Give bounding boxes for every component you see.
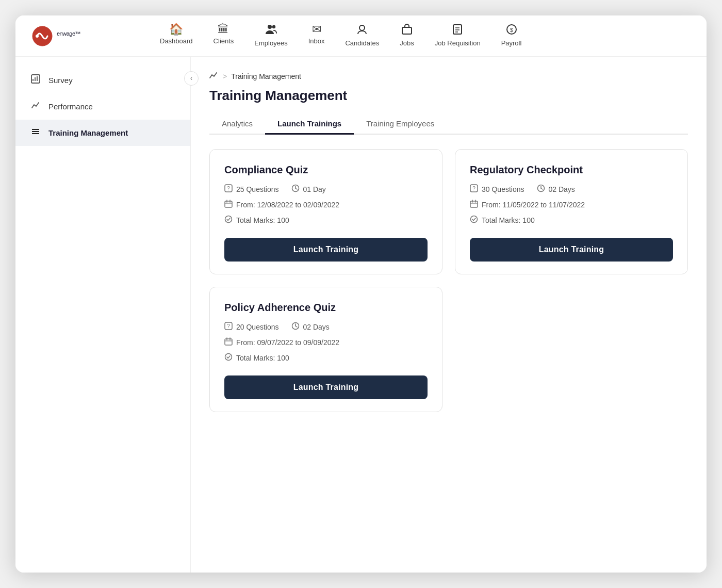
nav-item-dashboard[interactable]: 🏠 Dashboard	[150, 20, 203, 52]
training-card-compliance-quiz: Compliance Quiz ? 25 Questions	[209, 149, 442, 274]
sidebar-item-training-management[interactable]: Training Management	[15, 120, 190, 146]
card-meta-row-3: Total Marks: 100	[224, 215, 428, 225]
card-dates-regulatory: From: 11/05/2022 to 11/07/2022	[470, 200, 585, 210]
inbox-icon: ✉	[312, 24, 321, 35]
training-management-icon	[30, 127, 41, 139]
question-icon-3: ?	[224, 322, 233, 332]
card-questions-regulatory: ? 30 Questions	[470, 184, 524, 194]
card-questions-policy: ? 20 Questions	[224, 322, 279, 332]
tab-analytics[interactable]: Analytics	[209, 114, 265, 135]
job-requisition-icon	[452, 24, 463, 37]
svg-rect-44	[225, 339, 232, 345]
card-questions-compliance: ? 25 Questions	[224, 184, 279, 194]
svg-text:?: ?	[227, 323, 230, 329]
launch-training-button-regulatory[interactable]: Launch Training	[470, 238, 673, 262]
nav-item-employees[interactable]: Employees	[244, 20, 298, 52]
question-icon: ?	[224, 184, 233, 194]
sidebar-item-performance[interactable]: Performance	[15, 93, 190, 120]
calendar-icon-3	[224, 337, 233, 348]
jobs-icon	[401, 24, 413, 37]
breadcrumb-current: Training Management	[231, 72, 301, 80]
breadcrumb-separator: >	[223, 72, 227, 80]
clock-icon-2	[537, 184, 545, 194]
svg-text:?: ?	[472, 186, 475, 191]
sidebar-label-performance: Performance	[48, 102, 93, 111]
check-icon-1	[224, 215, 233, 225]
dashboard-icon: 🏠	[169, 24, 183, 35]
sidebar-collapse-button[interactable]: ‹	[184, 71, 199, 86]
nav-item-payroll[interactable]: $ Payroll	[491, 20, 532, 52]
calendar-icon-1	[224, 200, 233, 210]
svg-point-1	[36, 35, 39, 38]
breadcrumb-icon	[209, 71, 219, 81]
training-card-regulatory-checkpoint: Regulatory Checkpoint ? 30 Quest	[455, 149, 688, 274]
logo-text: enwage™	[57, 28, 80, 44]
card-marks-regulatory: Total Marks: 100	[470, 215, 535, 225]
sidebar: ‹ Survey	[15, 57, 191, 573]
check-icon-3	[224, 353, 233, 363]
performance-icon	[30, 101, 41, 112]
svg-line-33	[541, 188, 543, 189]
tab-launch-trainings[interactable]: Launch Trainings	[265, 114, 354, 135]
check-icon-2	[470, 215, 478, 225]
card-meta-row-3-pol: Total Marks: 100	[224, 353, 428, 363]
card-title-regulatory: Regulatory Checkpoint	[470, 164, 673, 176]
card-meta-regulatory: ? 30 Questions	[470, 184, 673, 225]
sidebar-item-survey[interactable]: Survey	[15, 67, 190, 93]
svg-point-4	[359, 25, 365, 30]
nav-label-jobs: Jobs	[400, 39, 414, 47]
clock-icon-3	[291, 322, 300, 332]
page-title: Training Management	[209, 88, 688, 104]
card-marks-policy: Total Marks: 100	[224, 353, 289, 363]
svg-text:?: ?	[227, 186, 230, 191]
nav-item-jobs[interactable]: Jobs	[389, 20, 424, 52]
launch-training-button-policy[interactable]: Launch Training	[224, 375, 428, 399]
app-window: enwage™ 🏠 Dashboard 🏛 Clients	[15, 15, 707, 573]
nav-label-inbox: Inbox	[308, 37, 325, 45]
svg-line-43	[296, 326, 297, 327]
nav-item-candidates[interactable]: Candidates	[335, 20, 389, 52]
tab-training-employees[interactable]: Training Employees	[354, 114, 447, 135]
nav-label-payroll: Payroll	[501, 39, 522, 47]
nav-item-clients[interactable]: 🏛 Clients	[203, 20, 244, 52]
svg-rect-24	[225, 201, 232, 207]
training-card-policy-adherence: Policy Adherence Quiz ? 20 Quest	[209, 287, 442, 412]
card-duration-regulatory: 02 Days	[537, 184, 575, 194]
card-dates-compliance: From: 12/08/2022 to 02/09/2022	[224, 200, 339, 210]
svg-point-3	[272, 25, 275, 28]
card-duration-policy: 02 Days	[291, 322, 330, 332]
card-meta-row-3-reg: Total Marks: 100	[470, 215, 673, 225]
card-meta-policy: ? 20 Questions	[224, 322, 428, 363]
card-dates-policy: From: 09/07/2022 to 09/09/2022	[224, 337, 339, 348]
svg-point-2	[268, 25, 272, 29]
svg-line-23	[296, 188, 297, 189]
survey-icon	[30, 74, 41, 86]
logo: enwage™	[32, 26, 125, 46]
card-meta-row-1-reg: ? 30 Questions	[470, 184, 673, 194]
card-meta-row-1-pol: ? 20 Questions	[224, 322, 428, 332]
question-icon-2: ?	[470, 184, 478, 194]
card-marks-compliance: Total Marks: 100	[224, 215, 289, 225]
nav-label-clients: Clients	[214, 37, 234, 45]
logo-icon	[32, 26, 53, 46]
svg-rect-34	[470, 201, 478, 207]
card-duration-compliance: 01 Day	[291, 184, 326, 194]
sidebar-label-survey: Survey	[48, 76, 73, 85]
employees-icon	[265, 24, 277, 37]
sidebar-label-training-management: Training Management	[48, 128, 128, 137]
calendar-icon-2	[470, 200, 478, 210]
svg-rect-5	[402, 27, 412, 34]
svg-text:$: $	[510, 27, 513, 33]
svg-point-28	[225, 216, 232, 223]
nav-item-inbox[interactable]: ✉ Inbox	[298, 20, 335, 52]
nav-label-candidates: Candidates	[345, 39, 379, 47]
main-layout: ‹ Survey	[15, 57, 707, 573]
main-content: > Training Management Training Managemen…	[191, 57, 707, 573]
card-meta-row-2: From: 12/08/2022 to 02/09/2022	[224, 200, 428, 210]
card-meta-compliance-quiz: ? 25 Questions	[224, 184, 428, 225]
nav-label-dashboard: Dashboard	[160, 37, 193, 45]
candidates-icon	[356, 24, 368, 37]
launch-training-button-compliance[interactable]: Launch Training	[224, 238, 428, 262]
payroll-icon: $	[506, 24, 517, 37]
nav-item-job-requisition[interactable]: Job Requisition	[424, 20, 491, 52]
